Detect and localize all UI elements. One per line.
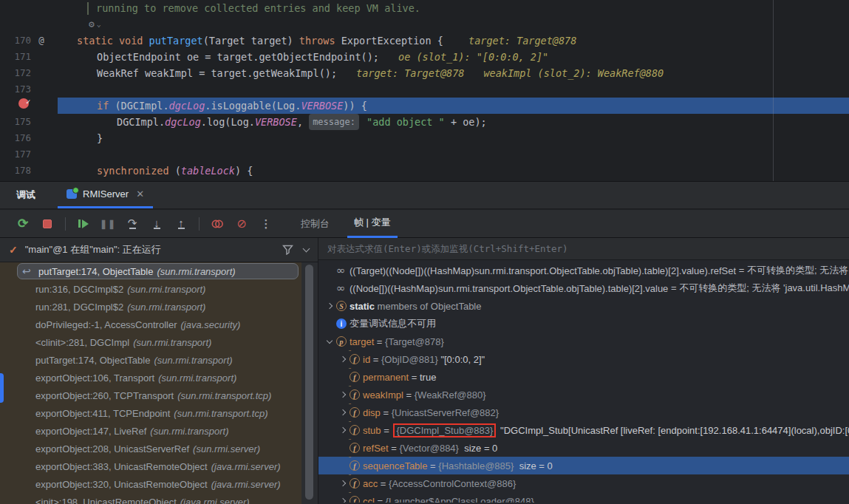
frame-row[interactable]: exportObject:147, LiveRef (sun.rmi.trans… xyxy=(0,422,318,440)
variable-row[interactable]: facc = {AccessControlContext@886} xyxy=(318,474,849,492)
frame-row[interactable]: putTarget:174, ObjectTable (sun.rmi.tran… xyxy=(0,351,318,369)
variable-name: stub xyxy=(363,425,381,436)
resume-program-button[interactable] xyxy=(77,217,90,231)
variable-row[interactable]: ∞((Node[])((HashMap)sun.rmi.transport.Ob… xyxy=(318,279,849,297)
expander-down-icon[interactable] xyxy=(323,338,336,344)
code-token: VERBOSE xyxy=(301,98,343,114)
code-line-172[interactable]: 172WeakRef weakImpl = target.getWeakImpl… xyxy=(0,65,849,81)
run-configuration-icon xyxy=(67,189,77,199)
variable-row[interactable]: i变量调试信息不可用 xyxy=(318,315,849,333)
filter-funnel-icon[interactable] xyxy=(282,245,293,255)
code-token: "add object " xyxy=(366,114,445,130)
variable-row[interactable]: fweakImpl = {WeakRef@880} xyxy=(318,386,849,403)
frame-location: exportObject:411, TCPEndpoint xyxy=(35,408,170,419)
variable-value: {Vector@884} xyxy=(400,443,459,454)
code-line-170[interactable]: 170@static void putTarget(Target target)… xyxy=(0,33,849,49)
frame-row[interactable]: <init>:198, UnicastRemoteObject (java.rm… xyxy=(0,493,318,504)
debug-toolbar: ⟳ ❚❚ ↷ ↓ ↑ ⊘ ⋮ 控制台 帧 | 变量 xyxy=(0,210,849,238)
expander-right-icon[interactable] xyxy=(336,410,350,415)
expander-right-icon[interactable] xyxy=(336,392,350,397)
frame-row[interactable]: ↩putTarget:174, ObjectTable (sun.rmi.tra… xyxy=(17,263,299,279)
rerun-debug-button[interactable]: ⟳ xyxy=(16,217,30,231)
stop-button[interactable] xyxy=(41,217,54,231)
right-margin-guide xyxy=(773,0,774,181)
variable-row[interactable]: fdisp = {UnicastServerRef@882} xyxy=(318,403,849,421)
code-line-175[interactable]: 175DGCImpl.dgcLog.log(Log.VERBOSE, messa… xyxy=(0,114,849,130)
frame-row[interactable]: exportObject:383, UnicastRemoteObject (j… xyxy=(0,457,318,475)
tab-console[interactable]: 控制台 xyxy=(294,210,336,238)
variable-row[interactable]: fstub = {DGCImpl_Stub@883} "DGCImpl_Stub… xyxy=(318,421,849,439)
variable-name: sequenceTable xyxy=(363,460,427,471)
variable-row[interactable]: frefSet = {Vector@884} size = 0 xyxy=(318,439,849,457)
variable-row[interactable]: fsequenceTable = {Hashtable@885} size = … xyxy=(318,457,849,474)
close-tab-icon[interactable]: ✕ xyxy=(136,188,144,200)
frame-row[interactable]: exportObject:208, UnicastServerRef (sun.… xyxy=(0,440,318,457)
breakpoint-icon[interactable] xyxy=(18,98,29,109)
code-line-176[interactable]: 176} xyxy=(0,130,849,146)
scrollbar-thumb[interactable] xyxy=(305,265,313,500)
thread-selector[interactable]: ✓ "main"@1 在组"main": 正在运行 xyxy=(0,238,318,262)
code-line-173[interactable]: 173 xyxy=(0,81,849,98)
mute-breakpoints-button[interactable]: ⊘ xyxy=(235,217,248,231)
variable-value: = xyxy=(381,407,392,418)
chevron-down-icon[interactable] xyxy=(303,245,310,253)
variable-row[interactable]: Sstatic members of ObjectTable xyxy=(318,297,849,315)
evaluate-expression-bar[interactable] xyxy=(318,238,849,260)
step-into-button[interactable]: ↓ xyxy=(150,217,163,231)
frame-row[interactable]: exportObject:320, UnicastRemoteObject (j… xyxy=(0,475,318,493)
expander-right-icon[interactable] xyxy=(336,481,350,486)
variable-row[interactable]: fccl = {Launcher$AppClassLoader@848} xyxy=(318,492,849,503)
evaluate-expression-input[interactable] xyxy=(318,243,849,254)
view-breakpoints-button[interactable] xyxy=(211,217,224,231)
frame-package: (sun.rmi.transport) xyxy=(154,355,232,366)
code-line-content: WeakRef weakImpl = target.getWeakImpl();… xyxy=(58,65,849,81)
code-line-177[interactable]: 177 xyxy=(0,146,849,163)
variable-name: weakImpl xyxy=(363,389,403,401)
field-icon: f xyxy=(350,389,363,400)
frame-row[interactable]: run:281, DGCImpl$2 (sun.rmi.transport) xyxy=(0,298,318,316)
debug-session-tab[interactable]: RMIServer ✕ xyxy=(58,182,153,208)
code-token xyxy=(113,33,119,49)
code-token: , xyxy=(297,114,309,130)
code-editor[interactable]: running to remove collected entries and … xyxy=(0,0,849,181)
code-line[interactable]: ⚙⌄ xyxy=(0,16,849,33)
frames-scrollbar[interactable] xyxy=(301,262,318,504)
frame-row[interactable]: doPrivileged:-1, AccessController (java.… xyxy=(0,316,318,333)
expander-right-icon[interactable] xyxy=(336,428,350,432)
tab-frames-variables[interactable]: 帧 | 变量 xyxy=(347,210,398,238)
debug-toolwindow-header: 调试 RMIServer ✕ xyxy=(0,181,849,209)
variable-row[interactable]: ptarget = {Target@878} xyxy=(318,333,849,350)
inline-debug-hint: target: Target@878 xyxy=(356,65,464,81)
variable-row[interactable]: fid = {ObjID@881} "[0:0:0, 2]" xyxy=(318,350,849,368)
variable-row[interactable]: ∞((Target)((Node[])((HashMap)sun.rmi.tra… xyxy=(318,262,849,279)
editor-gutter: 170@ xyxy=(0,33,58,49)
frame-package: (java.rmi.server) xyxy=(211,461,281,472)
expander-right-icon[interactable] xyxy=(336,499,350,503)
frame-row[interactable]: run:316, DGCImpl$2 (sun.rmi.transport) xyxy=(0,280,318,298)
variable-name: target xyxy=(350,336,374,347)
inlay-settings-icon[interactable]: ⚙ xyxy=(89,16,95,33)
pause-button[interactable]: ❚❚ xyxy=(101,217,115,231)
code-line-content: DGCImpl.dgcLog.log(Log.VERBOSE, message:… xyxy=(58,114,849,130)
code-token: } xyxy=(97,130,103,146)
frame-row[interactable]: exportObject:260, TCPTransport (sun.rmi.… xyxy=(0,386,318,404)
code-line-174[interactable]: if (DGCImpl.dgcLog.isLoggable(Log.VERBOS… xyxy=(0,98,849,114)
annotation-highlight-box: {DGCImpl_Stub@883} xyxy=(393,423,496,437)
code-line-178[interactable]: 178synchronized (tableLock) { xyxy=(0,163,849,179)
frame-row[interactable]: exportObject:411, TCPEndpoint (sun.rmi.t… xyxy=(0,404,318,422)
variable-value: {AccessControlContext@886} xyxy=(389,478,516,489)
more-options-icon[interactable]: ⋮ xyxy=(259,217,273,231)
code-token: (Target target) xyxy=(203,33,299,49)
code-line[interactable]: running to remove collected entries and … xyxy=(0,0,849,16)
chevron-down-icon[interactable]: ⌄ xyxy=(97,16,101,33)
frame-row[interactable]: <clinit>:281, DGCImpl (sun.rmi.transport… xyxy=(0,333,318,351)
step-over-button[interactable]: ↷ xyxy=(126,217,139,231)
code-line-171[interactable]: 171ObjectEndpoint oe = target.getObjectE… xyxy=(0,49,849,65)
variable-row[interactable]: fpermanent = true xyxy=(318,368,849,386)
expander-right-icon[interactable] xyxy=(323,304,336,308)
frame-location: exportObject:208, UnicastServerRef xyxy=(35,443,189,454)
frame-row[interactable]: exportObject:106, Transport (sun.rmi.tra… xyxy=(0,369,318,386)
step-out-button[interactable]: ↑ xyxy=(174,217,188,231)
code-token: void xyxy=(119,33,143,49)
expander-right-icon[interactable] xyxy=(336,357,350,361)
